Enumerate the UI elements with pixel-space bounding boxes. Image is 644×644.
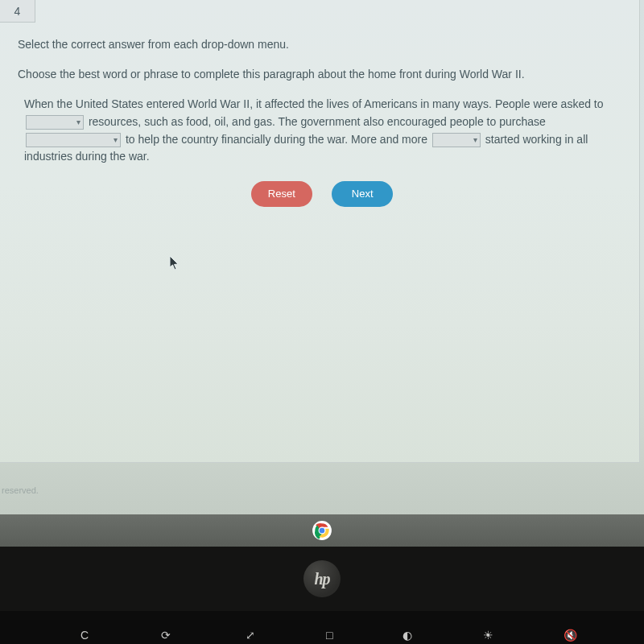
question-number: 4 <box>14 5 21 18</box>
paragraph-seg-2: resources, such as food, oil, and gas. T… <box>85 115 546 128</box>
question-number-box: 4 <box>0 0 35 23</box>
question-frame: 4 Select the correct answer from each dr… <box>0 0 640 463</box>
footer-text: reserved. <box>2 485 39 495</box>
dropdown-3[interactable] <box>432 133 481 147</box>
key-glyph: ⟳ <box>161 629 171 642</box>
key-glyph: □ <box>326 629 332 642</box>
reset-button[interactable]: Reset <box>251 181 312 207</box>
key-glyph: C <box>80 629 89 642</box>
keyboard-strip: C ⟳ ⤢ □ ◐ ☀ 🔇 <box>0 611 644 644</box>
hp-logo-text: hp <box>314 570 329 588</box>
os-dock <box>0 514 644 547</box>
cloze-paragraph: When the United States entered World War… <box>18 96 630 166</box>
instruction-2: Choose the best word or phrase to comple… <box>18 66 630 84</box>
hp-logo-icon: hp <box>303 560 341 597</box>
paragraph-seg-1: When the United States entered World War… <box>24 97 604 110</box>
key-glyph: 🔇 <box>564 629 577 642</box>
instruction-1: Select the correct answer from each drop… <box>18 36 630 54</box>
button-row: Reset Next <box>0 181 644 207</box>
laptop-bezel: hp <box>0 547 644 611</box>
dropdown-2[interactable] <box>26 133 121 147</box>
cursor-icon <box>169 255 180 271</box>
chrome-icon[interactable] <box>312 520 332 541</box>
next-button[interactable]: Next <box>332 181 393 207</box>
dropdown-1[interactable] <box>26 115 84 130</box>
key-glyph: ☀ <box>483 629 493 642</box>
screen-area: 4 Select the correct answer from each dr… <box>0 0 644 515</box>
key-glyph: ⤢ <box>246 629 255 642</box>
key-glyph: ◐ <box>402 629 412 642</box>
paragraph-seg-3: to help the country financially during t… <box>122 133 431 146</box>
question-body: Select the correct answer from each drop… <box>18 36 630 166</box>
